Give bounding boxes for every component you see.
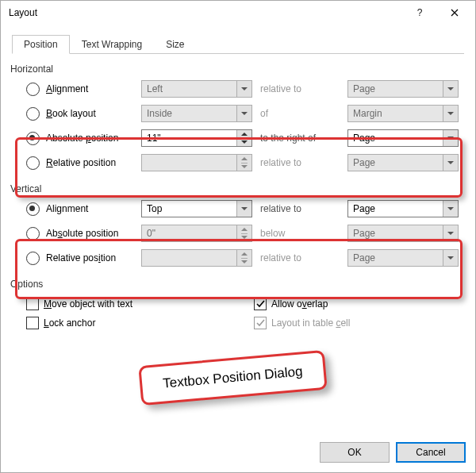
v-alignment-row: Alignment Top relative to Page	[26, 198, 466, 220]
spin-up-icon[interactable]	[241, 225, 248, 234]
h-book-combo[interactable]: Inside	[141, 105, 252, 122]
opt-layout-cell-checkbox	[254, 317, 267, 329]
group-options-label: Options	[10, 279, 466, 290]
chevron-down-icon	[443, 225, 458, 241]
spin-down-icon[interactable]	[241, 139, 248, 147]
h-alignment-label: Alignment	[46, 83, 141, 94]
opt-lock-checkbox[interactable]	[26, 317, 39, 329]
h-book-rel-combo[interactable]: Margin	[347, 105, 459, 122]
v-absolute-radio[interactable]	[26, 227, 40, 240]
chevron-down-icon	[443, 81, 458, 97]
v-absolute-label: Absolute position	[46, 228, 141, 239]
h-relative-spin[interactable]	[141, 154, 252, 171]
v-relative-rel-label: relative to	[252, 252, 347, 263]
opt-layout-cell-row: Layout in table cell	[254, 313, 466, 333]
v-absolute-rel-combo[interactable]: Page	[347, 225, 459, 242]
spin-up-icon[interactable]	[241, 250, 248, 259]
h-absolute-radio[interactable]	[26, 132, 40, 145]
v-absolute-spin[interactable]: 0"	[141, 225, 252, 242]
chevron-down-icon	[443, 106, 458, 121]
h-relative-rel-combo[interactable]: Page	[347, 154, 459, 171]
h-alignment-rel-label: relative to	[252, 83, 347, 94]
layout-dialog: Layout ? Position Text Wrapping Size Hor…	[0, 0, 476, 473]
v-alignment-rel-combo[interactable]: Page	[347, 200, 459, 217]
v-absolute-row: Absolute position 0" below Page	[26, 222, 466, 244]
chevron-down-icon	[236, 106, 251, 121]
opt-move-row: Move object with text	[26, 294, 238, 313]
window-title: Layout	[9, 7, 402, 18]
spin-down-icon[interactable]	[241, 163, 248, 171]
h-absolute-rel-label: to the right of	[252, 133, 347, 144]
h-relative-rel-label: relative to	[252, 157, 347, 168]
group-horizontal-label: Horizontal	[10, 63, 466, 75]
h-book-radio[interactable]	[26, 107, 40, 121]
opt-overlap-checkbox[interactable]	[254, 298, 267, 310]
v-relative-spin[interactable]	[141, 249, 252, 267]
close-icon	[451, 9, 459, 17]
opt-lock-label: Lock anchor	[44, 317, 95, 329]
opt-move-checkbox[interactable]	[26, 298, 39, 310]
h-alignment-radio[interactable]	[26, 83, 40, 96]
chevron-down-icon	[236, 81, 251, 97]
annotation-callout: Textbox Position Dialog	[138, 350, 327, 406]
tab-size[interactable]: Size	[154, 35, 196, 54]
spin-up-icon[interactable]	[241, 155, 248, 163]
v-alignment-rel-label: relative to	[252, 203, 347, 214]
v-alignment-label: Alignment	[46, 203, 141, 214]
h-absolute-spin[interactable]: 11"	[141, 129, 252, 147]
v-absolute-rel-label: below	[252, 228, 347, 239]
chevron-down-icon	[443, 130, 458, 146]
v-alignment-radio[interactable]	[26, 202, 40, 216]
cancel-button[interactable]: Cancel	[396, 442, 466, 463]
h-alignment-rel-combo[interactable]: Page	[347, 80, 459, 98]
opt-overlap-row: Allow overlap	[254, 294, 466, 313]
spin-down-icon[interactable]	[241, 234, 248, 242]
h-book-rel-label: of	[252, 108, 347, 119]
opt-lock-row: Lock anchor	[26, 313, 238, 333]
h-absolute-row: Absolute position 11" to the right of Pa…	[26, 127, 466, 149]
chevron-down-icon	[443, 201, 458, 217]
h-book-row: Book layout Inside of Margin	[26, 102, 466, 125]
spin-up-icon[interactable]	[241, 130, 248, 139]
chevron-down-icon	[236, 201, 251, 217]
h-book-label: Book layout	[46, 108, 141, 119]
chevron-down-icon	[443, 250, 458, 266]
v-alignment-combo[interactable]: Top	[141, 200, 252, 217]
tabbar: Position Text Wrapping Size	[12, 34, 464, 54]
v-relative-radio[interactable]	[26, 252, 40, 265]
tab-position[interactable]: Position	[12, 35, 70, 54]
h-alignment-row: Alignment Left relative to Page	[26, 78, 466, 100]
opt-move-label: Move object with text	[44, 298, 132, 310]
v-relative-rel-combo[interactable]: Page	[347, 249, 459, 267]
v-relative-row: Relative position relative to Page	[26, 247, 466, 269]
h-relative-row: Relative position relative to Page	[26, 152, 466, 174]
help-button[interactable]: ?	[402, 1, 437, 25]
h-relative-radio[interactable]	[26, 156, 40, 170]
group-vertical-label: Vertical	[10, 183, 466, 194]
opt-layout-cell-label: Layout in table cell	[271, 317, 350, 329]
spin-down-icon[interactable]	[241, 259, 248, 267]
chevron-down-icon	[443, 155, 458, 171]
close-button[interactable]	[437, 1, 472, 25]
opt-overlap-label: Allow overlap	[271, 298, 328, 310]
h-alignment-combo[interactable]: Left	[141, 80, 252, 98]
h-absolute-label: Absolute position	[46, 133, 141, 144]
h-absolute-rel-combo[interactable]: Page	[347, 129, 459, 147]
h-relative-label: Relative position	[46, 157, 141, 168]
titlebar: Layout ?	[1, 1, 475, 25]
tab-text-wrapping[interactable]: Text Wrapping	[70, 35, 154, 54]
ok-button[interactable]: OK	[320, 442, 390, 463]
v-relative-label: Relative position	[46, 252, 141, 263]
